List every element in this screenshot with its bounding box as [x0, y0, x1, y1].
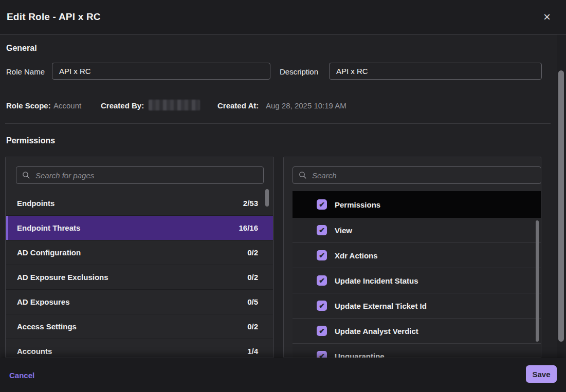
- description-label: Description: [280, 67, 318, 76]
- actions-list-item[interactable]: ✔Xdr Actions: [293, 243, 541, 268]
- created-by-redacted-value: [149, 100, 200, 110]
- action-label: Unquarantine: [335, 352, 385, 358]
- role-scope-label: Role Scope:: [6, 101, 51, 110]
- permissions-group-label: Permissions: [335, 200, 380, 209]
- search-icon: [22, 171, 30, 179]
- pages-list-item[interactable]: AD Configuration0/2: [6, 240, 273, 265]
- modal-footer: Cancel Save: [0, 358, 566, 392]
- created-at-label: Created At:: [217, 101, 259, 110]
- action-label: Update External Ticket Id: [335, 302, 427, 310]
- actions-search: [293, 166, 541, 184]
- role-name-label: Role Name: [6, 67, 45, 76]
- pages-search-input[interactable]: [16, 166, 264, 184]
- close-icon[interactable]: ×: [540, 10, 554, 24]
- checkbox-checked-icon[interactable]: ✔: [317, 275, 327, 286]
- checkbox-checked-icon[interactable]: ✔: [317, 326, 327, 336]
- actions-list-item[interactable]: ✔Update External Ticket Id: [293, 293, 541, 319]
- cancel-button[interactable]: Cancel: [8, 369, 35, 382]
- action-label: Update Incident Status: [335, 276, 418, 285]
- pages-panel: Endpoints2/53Endpoint Threats16/16AD Con…: [5, 157, 274, 358]
- actions-list-item[interactable]: ✔View: [293, 218, 541, 243]
- pages-list-item[interactable]: Access Settings0/2: [6, 314, 273, 339]
- pages-scrollbar-thumb[interactable]: [265, 189, 269, 207]
- page-permission-count: 2/53: [243, 199, 258, 208]
- checkbox-checked-icon[interactable]: ✔: [317, 199, 327, 210]
- page-permission-count: 0/2: [247, 273, 258, 282]
- created-by-label: Created By:: [101, 101, 144, 110]
- edit-role-modal: Edit Role - API x RC × General Role Name…: [0, 0, 566, 392]
- action-label: View: [335, 226, 352, 235]
- actions-list-item[interactable]: ✔Update Analyst Verdict: [293, 319, 541, 344]
- search-icon: [299, 171, 307, 179]
- page-label: AD Exposure Exclusions: [17, 273, 108, 282]
- modal-title: Edit Role - API x RC: [7, 11, 101, 23]
- actions-list-item[interactable]: ✔Update Incident Status: [293, 268, 541, 293]
- actions-search-input[interactable]: [293, 166, 541, 184]
- page-label: Access Settings: [17, 322, 77, 331]
- save-button[interactable]: Save: [526, 365, 557, 383]
- general-section-heading: General: [6, 44, 37, 53]
- pages-list-item[interactable]: Endpoint Threats16/16: [6, 216, 273, 240]
- page-permission-count: 0/2: [247, 322, 258, 331]
- modal-header: Edit Role - API x RC ×: [0, 0, 566, 34]
- action-label: Xdr Actions: [335, 251, 378, 260]
- page-label: Endpoints: [17, 199, 54, 208]
- description-input[interactable]: [329, 63, 542, 80]
- checkbox-checked-icon[interactable]: ✔: [317, 250, 327, 260]
- section-divider: [5, 123, 551, 124]
- actions-list-item[interactable]: ✔Unquarantine: [293, 344, 541, 358]
- page-label: AD Configuration: [17, 248, 81, 257]
- modal-scrollbar-thumb[interactable]: [558, 70, 564, 342]
- pages-search: [16, 166, 264, 184]
- role-meta-row: Role Scope: Account Created By: Created …: [0, 101, 566, 113]
- checkbox-checked-icon[interactable]: ✔: [317, 351, 327, 358]
- page-label: Accounts: [17, 347, 52, 356]
- pages-list-item[interactable]: Accounts1/4: [6, 339, 273, 358]
- pages-list-item[interactable]: Endpoints2/53: [6, 191, 273, 216]
- page-permission-count: 1/4: [247, 347, 258, 356]
- checkbox-checked-icon[interactable]: ✔: [317, 301, 327, 311]
- actions-scrollbar-thumb[interactable]: [536, 220, 539, 342]
- actions-panel: ✔ Permissions ✔View✔Xdr Actions✔Update I…: [283, 157, 541, 358]
- pages-list-item[interactable]: AD Exposure Exclusions0/2: [6, 265, 273, 290]
- pages-list: Endpoints2/53Endpoint Threats16/16AD Con…: [6, 191, 273, 358]
- page-permission-count: 0/5: [247, 297, 258, 306]
- page-permission-count: 16/16: [239, 223, 258, 232]
- action-label: Update Analyst Verdict: [335, 327, 418, 335]
- modal-content: General Role Name Description Role Scope…: [0, 34, 566, 358]
- permissions-section-heading: Permissions: [6, 136, 55, 145]
- page-label: Endpoint Threats: [17, 223, 80, 232]
- page-permission-count: 0/2: [247, 248, 258, 257]
- page-label: AD Exposures: [17, 297, 70, 306]
- actions-list: ✔View✔Xdr Actions✔Update Incident Status…: [293, 218, 541, 358]
- role-scope-value: Account: [53, 101, 81, 110]
- modal-scrollbar-track[interactable]: [557, 34, 566, 358]
- permissions-group-header-row[interactable]: ✔ Permissions: [293, 191, 541, 218]
- role-name-input[interactable]: [52, 63, 270, 80]
- pages-list-item[interactable]: AD Exposures0/5: [6, 290, 273, 314]
- created-at-value: Aug 28, 2025 10:19 AM: [266, 101, 346, 110]
- checkbox-checked-icon[interactable]: ✔: [317, 225, 327, 235]
